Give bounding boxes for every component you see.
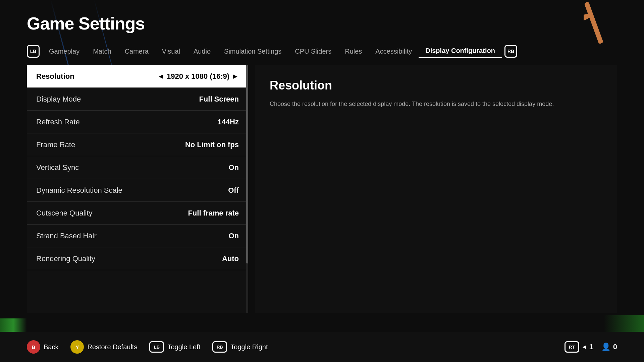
bottom-actions: B Back Y Restore Defaults LB Toggle Left… — [27, 340, 268, 354]
toggle-right-label: Toggle Right — [230, 343, 268, 351]
setting-dynamic-resolution[interactable]: Dynamic Resolution Scale Off — [27, 179, 248, 202]
tab-match[interactable]: Match — [86, 45, 118, 58]
setting-dynamic-resolution-label: Dynamic Resolution Scale — [36, 186, 122, 195]
rt-badge: RT ◄ 1 — [565, 341, 593, 353]
bottom-right: RT ◄ 1 👤 0 — [565, 341, 617, 353]
setting-cutscene-quality-value: Full frame rate — [188, 209, 239, 218]
tab-cpu-sliders[interactable]: CPU Sliders — [288, 45, 338, 58]
rt-count: 1 — [589, 343, 593, 351]
toggle-left-label: Toggle Left — [167, 343, 200, 351]
main-content: Resolution ◄ 644 x 362 (16:9) ► Displa… — [0, 58, 644, 313]
setting-strand-hair-label: Strand Based Hair — [36, 232, 97, 240]
back-action[interactable]: B Back — [27, 340, 58, 354]
setting-frame-rate-value: No Limit on fps — [185, 140, 239, 149]
setting-rendering-quality-label: Rendering Quality — [36, 254, 95, 263]
rb-icon[interactable]: RB — [504, 45, 517, 58]
setting-resolution-value: ◄ 644 x 362 (16:9) ► — [157, 72, 239, 81]
setting-display-mode-value: Full Screen — [199, 95, 239, 104]
settings-panel: Resolution ◄ 644 x 362 (16:9) ► Displa… — [27, 65, 248, 313]
tab-accessibility[interactable]: Accessibility — [369, 45, 419, 58]
restore-defaults-action[interactable]: Y Restore Defaults — [70, 340, 137, 354]
setting-display-mode-label: Display Mode — [36, 95, 81, 104]
tab-navigation: LB Gameplay Match Camera Visual Audio Si… — [27, 44, 617, 58]
tab-visual[interactable]: Visual — [155, 45, 187, 58]
scroll-thumb — [246, 65, 248, 263]
setting-cutscene-quality-label: Cutscene Quality — [36, 209, 93, 218]
info-description: Choose the resolution for the selected d… — [270, 99, 602, 109]
info-panel: Resolution Choose the resolution for the… — [255, 65, 617, 313]
tab-simulation[interactable]: Simulation Settings — [217, 45, 288, 58]
setting-rendering-quality-value: Auto — [222, 254, 239, 263]
setting-frame-rate-label: Frame Rate — [36, 140, 75, 149]
setting-refresh-rate-label: Refresh Rate — [36, 118, 80, 126]
setting-strand-hair-value: On — [228, 232, 239, 240]
player-count-value: 0 — [613, 343, 617, 351]
tab-rules[interactable]: Rules — [338, 45, 369, 58]
toggle-left-action[interactable]: LB Toggle Left — [149, 341, 200, 353]
lb-button[interactable]: LB — [149, 341, 164, 353]
back-label: Back — [44, 343, 58, 351]
bottom-bar: B Back Y Restore Defaults LB Toggle Left… — [0, 332, 644, 362]
setting-vertical-sync-value: On — [228, 163, 239, 172]
setting-display-mode[interactable]: Display Mode Full Screen — [27, 88, 248, 111]
tab-gameplay[interactable]: Gameplay — [42, 45, 86, 58]
tab-display[interactable]: Display Configuration — [419, 44, 502, 58]
tab-audio[interactable]: Audio — [187, 45, 217, 58]
grass-right — [604, 315, 644, 332]
setting-strand-hair[interactable]: Strand Based Hair On — [27, 225, 248, 247]
setting-vertical-sync-label: Vertical Sync — [36, 163, 79, 172]
page-title: Game Settings — [27, 13, 617, 34]
setting-cutscene-quality[interactable]: Cutscene Quality Full frame rate — [27, 202, 248, 225]
player-count: 👤 0 — [601, 343, 617, 351]
b-button[interactable]: B — [27, 340, 40, 354]
setting-refresh-rate-value: 144Hz — [217, 118, 239, 126]
player-icon-glyph: 👤 — [601, 343, 610, 351]
grass-left — [0, 318, 27, 332]
setting-refresh-rate[interactable]: Refresh Rate 144Hz — [27, 111, 248, 133]
setting-frame-rate[interactable]: Frame Rate No Limit on fps — [27, 133, 248, 156]
setting-vertical-sync[interactable]: Vertical Sync On — [27, 156, 248, 179]
setting-dynamic-resolution-value: Off — [228, 186, 239, 195]
setting-resolution[interactable]: Resolution ◄ 644 x 362 (16:9) ► — [27, 65, 248, 88]
setting-rendering-quality[interactable]: Rendering Quality Auto — [27, 247, 248, 270]
y-button[interactable]: Y — [70, 340, 84, 354]
rt-group: RT ◄ 1 — [565, 341, 593, 353]
toggle-right-action[interactable]: RB Toggle Right — [212, 341, 268, 353]
info-title: Resolution — [270, 78, 602, 93]
tab-camera[interactable]: Camera — [118, 45, 155, 58]
page-header: Game Settings LB Gameplay Match Camera V… — [0, 0, 644, 58]
lb-icon[interactable]: LB — [27, 45, 40, 58]
rt-arrow: ◄ — [581, 344, 587, 351]
restore-defaults-label: Restore Defaults — [87, 343, 137, 351]
rt-label[interactable]: RT — [565, 341, 579, 353]
scroll-indicator[interactable] — [246, 65, 248, 313]
rb-button[interactable]: RB — [212, 341, 227, 353]
setting-resolution-label: Resolution — [36, 72, 74, 81]
